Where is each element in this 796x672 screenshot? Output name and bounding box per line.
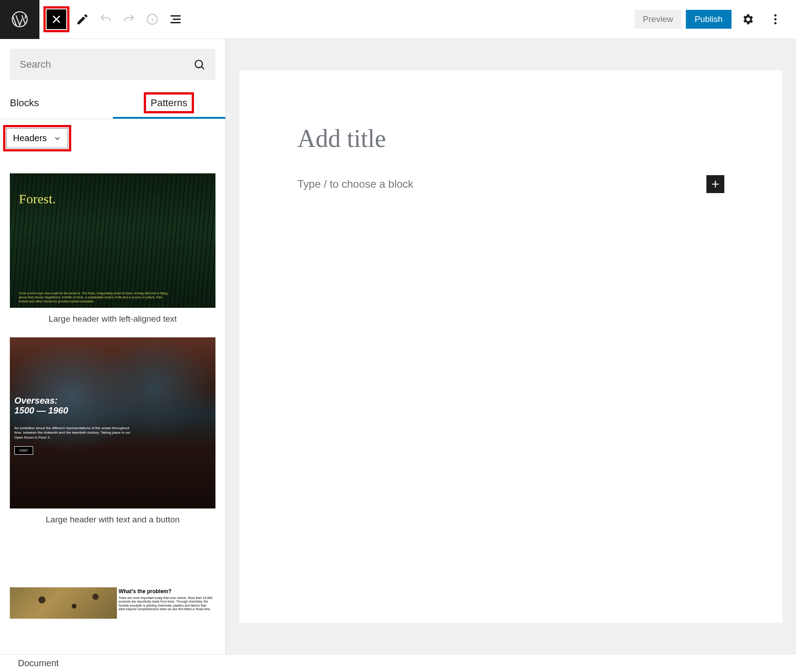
list-view-icon (169, 13, 182, 26)
undo-button[interactable] (94, 8, 117, 31)
add-block-button[interactable] (706, 175, 724, 193)
toolbar-left (39, 8, 187, 31)
publish-button[interactable]: Publish (686, 10, 731, 29)
pattern-category-select[interactable]: Headers (6, 128, 68, 148)
pattern-body: Trees are more important today than ever… (119, 596, 214, 612)
block-appender-placeholder[interactable]: Type / to choose a block (297, 178, 706, 190)
pattern-heading: Overseas: 1500 — 1960 (14, 396, 211, 415)
chevron-down-icon (53, 134, 61, 142)
pattern-description: An exhibition about the different repres… (14, 426, 132, 440)
redo-icon (122, 13, 136, 26)
tab-blocks[interactable]: Blocks (0, 89, 113, 119)
info-button[interactable] (141, 8, 164, 31)
pattern-preview-problem[interactable]: What's the problem? Trees are more impor… (10, 587, 215, 619)
close-icon (50, 13, 63, 26)
category-selected-label: Headers (13, 133, 47, 143)
svg-point-2 (774, 14, 777, 17)
preview-button[interactable]: Preview (635, 10, 681, 29)
pattern-item[interactable]: What's the problem? Trees are more impor… (10, 587, 215, 619)
pattern-heading: Forest. (19, 191, 207, 207)
svg-point-3 (774, 18, 777, 21)
toolbar-right: Preview Publish (635, 8, 796, 31)
gear-icon (741, 13, 754, 26)
pencil-icon (76, 13, 89, 26)
search-input[interactable] (20, 59, 193, 70)
wordpress-logo[interactable] (0, 0, 39, 39)
post-title-input[interactable]: Add title (297, 124, 724, 153)
editor-canvas[interactable]: Add title Type / to choose a block (239, 70, 783, 623)
pattern-blurb: From a bird's-eye view could be the fore… (19, 291, 169, 303)
inserter-tabs: Blocks Patterns (0, 89, 225, 119)
editor-footer: Document (0, 654, 796, 672)
kebab-icon (769, 13, 782, 26)
pattern-image (10, 587, 117, 619)
block-inserter-panel: Blocks Patterns Headers Forest. From a b… (0, 39, 226, 654)
svg-point-4 (774, 22, 777, 24)
plus-icon (710, 178, 721, 190)
wordpress-icon (11, 10, 29, 28)
more-options-button[interactable] (764, 8, 787, 31)
pattern-item[interactable]: Forest. From a bird's-eye view could be … (10, 173, 215, 324)
info-icon (146, 13, 159, 26)
edit-tool-button[interactable] (71, 8, 94, 31)
pattern-caption: Large header with left-aligned text (10, 314, 215, 324)
redo-button[interactable] (117, 8, 141, 31)
patterns-list: Forest. From a bird's-eye view could be … (0, 157, 225, 637)
settings-button[interactable] (736, 8, 759, 31)
pattern-cta-button: VISIT (14, 446, 33, 455)
pattern-caption: Large header with text and a button (10, 515, 215, 525)
breadcrumb[interactable]: Document (18, 658, 59, 668)
search-field[interactable] (10, 49, 215, 80)
tab-patterns[interactable]: Patterns (113, 89, 226, 119)
search-icon (193, 58, 206, 71)
pattern-preview-forest[interactable]: Forest. From a bird's-eye view could be … (10, 173, 215, 308)
svg-point-5 (195, 60, 202, 68)
pattern-item[interactable]: Overseas: 1500 — 1960 An exhibition abou… (10, 337, 215, 525)
editor-canvas-area: Add title Type / to choose a block (226, 39, 796, 654)
editor-toolbar: Preview Publish (0, 0, 796, 39)
pattern-preview-overseas[interactable]: Overseas: 1500 — 1960 An exhibition abou… (10, 337, 215, 508)
outline-button[interactable] (164, 8, 187, 31)
pattern-heading: What's the problem? (119, 588, 214, 594)
close-inserter-button[interactable] (47, 9, 66, 29)
undo-icon (99, 13, 112, 26)
